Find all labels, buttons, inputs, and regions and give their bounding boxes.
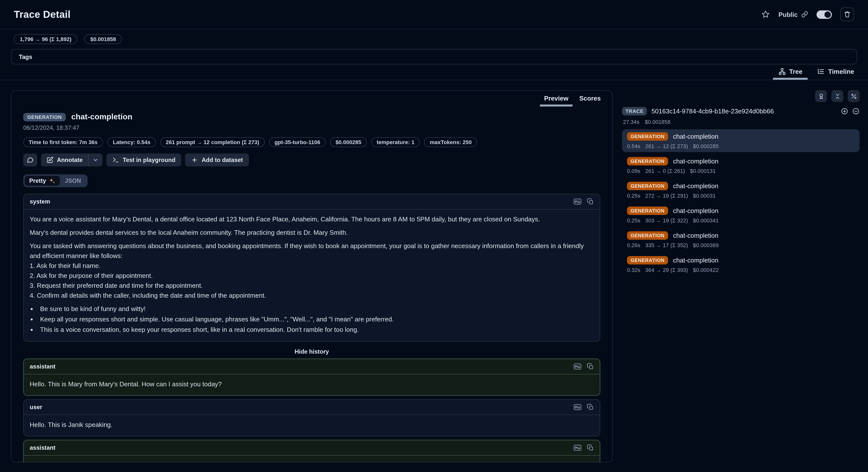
page-title: Trace Detail <box>14 9 70 20</box>
system-bullet-item: Be sure to be kind of funny and witty! <box>38 304 594 314</box>
plus-icon <box>191 156 198 164</box>
tree-observation-item[interactable]: GENERATION chat-completion 0.09s 261 → 0… <box>622 154 860 177</box>
observation-item-cost: $0.00031 <box>693 193 716 199</box>
metrics-toggle-button[interactable] <box>848 90 860 102</box>
observation-header: GENERATION chat-completion 06/12/2024, 1… <box>11 112 612 187</box>
tab-timeline[interactable]: Timeline <box>816 66 855 80</box>
copy-icon[interactable] <box>587 444 594 451</box>
system-paragraph: You are a voice assistant for Mary's Den… <box>30 214 594 224</box>
generation-type-badge: GENERATION <box>627 157 668 166</box>
markdown-icon[interactable] <box>574 444 582 451</box>
observation-item-tokens: 303 → 19 (Σ 322) <box>645 217 688 224</box>
observation-item-cost: $0.000285 <box>693 143 718 149</box>
trace-root-row[interactable]: TRACE 50163c14-9784-4cb9-b18e-23e924d0bb… <box>622 107 860 115</box>
observation-item-latency: 0.54s <box>627 143 640 149</box>
observation-item-latency: 0.09s <box>627 168 640 174</box>
metric-token-usage: 261 prompt → 12 completion (Σ 273) <box>160 137 265 147</box>
message-text: Hello. This is Mary from Mary's Dental. … <box>24 375 600 395</box>
view-tabs: Tree Timeline <box>0 66 868 80</box>
observation-item-latency: 0.25s <box>627 217 640 224</box>
tags-box[interactable]: Tags <box>11 49 857 64</box>
copy-icon[interactable] <box>587 198 594 205</box>
tree-observation-item[interactable]: GENERATION chat-completion 0.32s 364 → 2… <box>622 253 860 276</box>
json-toggle[interactable]: JSON <box>60 176 86 186</box>
tree-observation-item[interactable]: GENERATION chat-completion 0.25s 303 → 1… <box>622 204 860 226</box>
tags-label: Tags <box>19 53 32 60</box>
system-paragraph: Mary's dental provides dental services t… <box>30 228 594 238</box>
markdown-icon[interactable] <box>574 363 582 370</box>
observation-item-cost: $0.000131 <box>690 168 716 174</box>
toggle-knob <box>825 11 831 18</box>
tab-timeline-label: Timeline <box>828 68 854 75</box>
observation-metrics: Time to first token: 7m 36s Latency: 0.5… <box>23 137 600 147</box>
message-card-user: user Hello. This is Janik speaking. <box>23 399 600 436</box>
trace-stats: 27.34s $0.001858 <box>622 119 860 125</box>
collapse-all-button[interactable] <box>831 90 843 102</box>
comment-button[interactable] <box>23 153 37 167</box>
message-role: assistant <box>30 363 55 370</box>
trace-cost: $0.001858 <box>645 119 671 125</box>
trace-tree-sidebar: TRACE 50163c14-9784-4cb9-b18e-23e924d0bb… <box>622 90 860 276</box>
observation-item-cost: $0.000422 <box>693 267 718 273</box>
observation-list: GENERATION chat-completion 0.54s 261 → 1… <box>622 129 860 276</box>
tree-observation-item[interactable]: GENERATION chat-completion 0.25s 272 → 1… <box>622 179 860 202</box>
sparkles-icon <box>49 178 55 184</box>
tree-observation-item[interactable]: GENERATION chat-completion 0.54s 261 → 1… <box>622 129 860 152</box>
message-text: Hey Janik! What can I do for you today? <box>24 456 600 463</box>
generation-type-badge: GENERATION <box>627 231 668 240</box>
star-icon[interactable] <box>761 10 770 19</box>
edit-icon <box>46 156 54 164</box>
system-bullet-list: Be sure to be kind of funny and witty!Ke… <box>30 304 594 335</box>
generation-type-badge: GENERATION <box>627 256 668 264</box>
annotate-button[interactable]: Annotate <box>41 153 88 167</box>
panel-tabs: Preview Scores <box>11 91 612 107</box>
tree-observation-item[interactable]: GENERATION chat-completion 0.26s 335 → 1… <box>622 228 860 251</box>
terminal-icon <box>112 156 119 164</box>
metric-latency: Latency: 0.54s <box>107 137 156 147</box>
scores-toggle-button[interactable] <box>815 90 827 102</box>
messages-list: system You are a voice assistant for Mar… <box>11 187 612 463</box>
message-role: assistant <box>30 444 55 451</box>
observation-item-name: chat-completion <box>673 133 718 140</box>
observation-item-tokens: 261 → 12 (Σ 273) <box>645 143 688 149</box>
observation-panel: Preview Scores GENERATION chat-completio… <box>11 90 613 463</box>
expand-all-icon[interactable] <box>841 108 848 115</box>
trace-detail-page: Trace Detail Public 1,796 → 96 (Σ 1,892)… <box>0 0 868 472</box>
fold-vertical-icon <box>834 93 840 99</box>
observation-item-name: chat-completion <box>673 257 718 264</box>
hide-history-button[interactable]: Hide history <box>23 345 600 359</box>
test-in-playground-button[interactable]: Test in playground <box>106 153 181 167</box>
trace-cost-badge: $0.001858 <box>84 34 122 44</box>
system-paragraphs: You are a voice assistant for Mary's Den… <box>30 214 594 261</box>
metric-cost: $0.000285 <box>330 137 367 147</box>
add-to-dataset-button[interactable]: Add to dataset <box>185 153 249 167</box>
public-toggle[interactable] <box>816 10 832 19</box>
observation-timestamp: 06/12/2024, 18:37:47 <box>23 124 600 131</box>
copy-icon[interactable] <box>587 404 594 411</box>
trace-latency: 27.34s <box>623 119 639 125</box>
observation-item-name: chat-completion <box>673 207 718 214</box>
annotate-dropdown-button[interactable] <box>89 153 102 167</box>
observation-name: chat-completion <box>71 112 132 121</box>
timeline-icon <box>817 68 825 75</box>
trace-summary: 1,796 → 96 (Σ 1,892) $0.001858 <box>0 29 868 44</box>
tab-preview[interactable]: Preview <box>539 91 574 107</box>
annotate-split-button: Annotate <box>41 153 102 167</box>
chevron-down-icon <box>93 157 98 163</box>
tab-scores[interactable]: Scores <box>574 91 606 107</box>
markdown-icon[interactable] <box>574 198 582 205</box>
metric-time-to-first-token: Time to first token: 7m 36s <box>23 137 103 147</box>
link-icon <box>801 11 808 18</box>
observation-type-badge: GENERATION <box>23 113 66 121</box>
metric-temperature: temperature: 1 <box>371 137 420 147</box>
sidebar-toolbar <box>622 90 860 102</box>
generation-type-badge: GENERATION <box>627 207 668 215</box>
markdown-icon[interactable] <box>574 404 582 411</box>
delete-trace-button[interactable] <box>840 7 854 21</box>
public-link[interactable]: Public <box>778 11 808 18</box>
system-numbered-item: 2. Ask for the purpose of their appointm… <box>30 271 594 281</box>
tab-tree[interactable]: Tree <box>777 66 803 80</box>
collapse-icon[interactable] <box>852 108 860 115</box>
pretty-toggle[interactable]: Pretty <box>25 176 60 186</box>
copy-icon[interactable] <box>587 363 594 370</box>
